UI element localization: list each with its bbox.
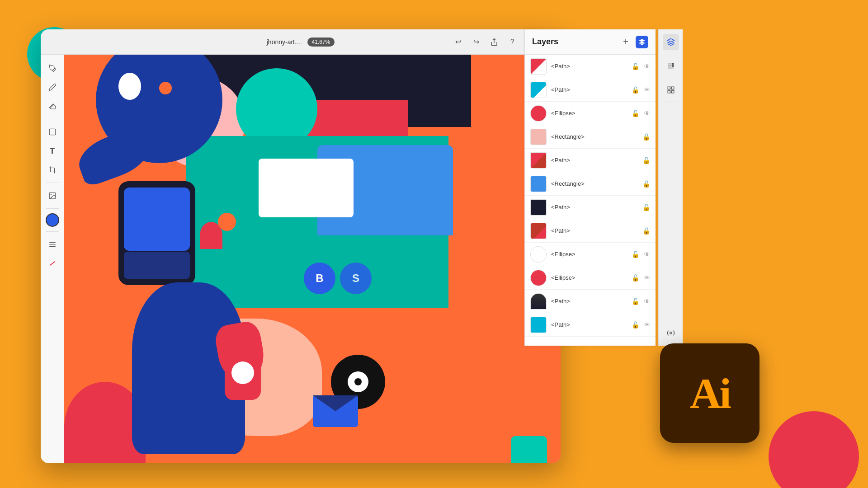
layer-item[interactable]: <Path> 🔓 👁 — [525, 78, 656, 102]
record-center — [348, 371, 368, 392]
layers-header: Layers + — [525, 29, 656, 55]
text-tool[interactable]: T — [44, 143, 61, 159]
lock-icon: 🔓 — [632, 321, 639, 328]
app-window: jhonny-art.... 41.67% ↩ ↪ ? ⚙ — [41, 29, 561, 463]
record-hole — [354, 378, 362, 385]
eye-icon[interactable]: 👁 — [644, 63, 650, 70]
title-bar: jhonny-art.... 41.67% ↩ ↪ ? ⚙ — [41, 29, 561, 55]
eye-white — [118, 73, 141, 100]
pencil-tool[interactable] — [44, 79, 61, 95]
pen-tool[interactable] — [44, 60, 61, 76]
device-box — [118, 181, 195, 285]
add-layer-button[interactable]: + — [619, 36, 632, 48]
lock-icon: 🔓 — [642, 157, 650, 164]
ai-logo-text: Ai — [690, 368, 730, 418]
share-button[interactable] — [489, 37, 499, 47]
envelope-flap — [313, 395, 358, 411]
svg-rect-17 — [671, 87, 674, 89]
lock-icon: 🔓 — [642, 180, 650, 188]
teal-bottom-right — [511, 436, 547, 463]
layers-list: <Path> 🔓 👁 <Path> 🔓 👁 <Ellipse> 🔓 👁 <Rec… — [525, 55, 656, 346]
right-panel-sep-3 — [665, 102, 677, 102]
svg-point-6 — [51, 194, 52, 195]
device-bottom — [124, 252, 190, 279]
svg-line-10 — [50, 262, 55, 266]
eye-icon[interactable]: 👁 — [644, 274, 650, 282]
layer-item[interactable]: <Path> 🔓 👁 — [525, 313, 656, 337]
layer-item[interactable]: <Rectangle> 🔓 — [525, 125, 656, 149]
artwork-background: B S — [64, 55, 561, 463]
tool-separator-4 — [46, 231, 59, 232]
layer-item[interactable]: <Path> 🔓 👁 — [525, 290, 656, 313]
undo-button[interactable]: ↩ — [453, 37, 463, 47]
layer-item[interactable]: <Ellipse> 🔓 👁 — [525, 266, 656, 290]
layers-title: Layers — [532, 37, 558, 47]
layers-panel-icon[interactable] — [636, 36, 648, 48]
orange-dot-1 — [218, 213, 236, 231]
canvas-area[interactable]: B S — [64, 55, 561, 463]
eye-icon[interactable]: 👁 — [644, 251, 650, 258]
stroke-tool[interactable] — [44, 255, 61, 272]
layer-item[interactable]: <Path> 🔓 👁 — [525, 55, 656, 78]
lock-icon: 🔓 — [632, 63, 639, 70]
svg-rect-19 — [668, 91, 670, 93]
tool-separator-2 — [46, 183, 59, 183]
zoom-level[interactable]: 41.67% — [307, 38, 335, 47]
file-name: jhonny-art.... — [267, 38, 302, 46]
layer-item[interactable]: <Path> 🔓 — [525, 219, 656, 243]
right-panel-sep-1 — [665, 54, 677, 54]
svg-point-20 — [670, 332, 672, 334]
blue-arm — [73, 125, 155, 188]
badge-b: B — [304, 263, 335, 294]
layers-panel: Layers + <Path> 🔓 👁 <Path> 🔓 👁 <Ellips — [524, 29, 656, 346]
lock-icon: 🔓 — [632, 86, 639, 94]
lock-icon: 🔓 — [632, 251, 639, 258]
align-tool[interactable] — [44, 236, 61, 253]
main-area: T — [41, 55, 561, 463]
tool-separator-1 — [46, 119, 59, 119]
left-toolbar: T — [41, 55, 64, 463]
right-panel-icons — [658, 29, 683, 346]
assets-button[interactable] — [663, 82, 679, 98]
nose-dot — [159, 82, 172, 94]
eye-icon[interactable]: 👁 — [644, 298, 650, 305]
layer-item[interactable]: <Path> 🔓 — [525, 196, 656, 219]
layer-item[interactable]: <Rectangle> 🔓 — [525, 172, 656, 196]
tool-separator-3 — [46, 208, 59, 209]
svg-rect-4 — [49, 129, 56, 135]
layers-panel-toggle[interactable] — [663, 34, 679, 50]
lock-icon: 🔓 — [632, 110, 639, 117]
lock-icon: 🔓 — [642, 204, 650, 211]
right-panel-sep-2 — [665, 78, 677, 78]
crop-tool[interactable] — [44, 162, 61, 178]
layer-item[interactable]: <Ellipse> 🔓 👁 — [525, 102, 656, 125]
svg-point-15 — [672, 66, 674, 67]
redo-button[interactable]: ↪ — [471, 37, 481, 47]
export-button[interactable] — [663, 325, 679, 341]
lock-icon: 🔓 — [642, 133, 650, 141]
envelope — [313, 395, 358, 427]
badge-s: S — [340, 263, 372, 294]
device-screen — [124, 188, 190, 251]
properties-button[interactable] — [663, 58, 679, 74]
color-swatch[interactable] — [46, 213, 59, 227]
svg-rect-16 — [668, 87, 670, 89]
ai-logo: Ai — [660, 343, 760, 443]
rectangle-tool[interactable] — [44, 124, 61, 140]
eraser-tool[interactable] — [44, 98, 61, 114]
eye-icon[interactable]: 👁 — [644, 321, 650, 328]
help-button[interactable]: ? — [507, 37, 517, 47]
coffee-cup — [225, 355, 261, 400]
eye-icon[interactable]: 👁 — [644, 110, 650, 117]
white-window — [259, 159, 354, 217]
layer-item[interactable]: <Ellipse> 🔓 👁 — [525, 243, 656, 266]
layer-item[interactable]: <Path> 🔓 — [525, 149, 656, 172]
eye-icon[interactable]: 👁 — [644, 86, 650, 94]
cup-white — [231, 361, 254, 384]
lock-icon: 🔓 — [632, 274, 639, 282]
image-tool[interactable] — [44, 188, 61, 204]
lock-icon: 🔓 — [642, 227, 650, 235]
lock-icon: 🔓 — [632, 298, 639, 305]
svg-rect-18 — [671, 91, 674, 93]
